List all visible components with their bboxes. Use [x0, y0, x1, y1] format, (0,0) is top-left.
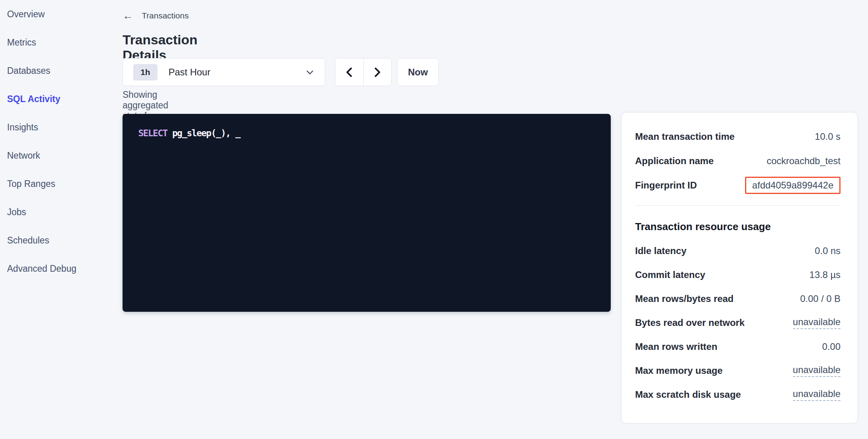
row-value: 10.0 s — [815, 131, 841, 142]
max-scratch-disk-usage-row: Max scratch disk usage unavailable — [635, 382, 841, 406]
fingerprint-id-value-highlighted: afdd4059a899442e — [745, 177, 841, 194]
transaction-details-panel: Mean transaction time 10.0 s Application… — [622, 113, 857, 423]
row-label: Commit latency — [635, 269, 705, 280]
sidebar-item-metrics[interactable]: Metrics — [0, 28, 118, 57]
row-label: Idle latency — [635, 245, 687, 256]
resource-usage-rows: Idle latency 0.0 ns Commit latency 13.8 … — [635, 239, 841, 406]
mean-rows-written-row: Mean rows written 0.00 — [635, 335, 841, 359]
application-name-row: Application name cockroachdb_test — [635, 149, 841, 173]
time-range-badge: 1h — [133, 64, 157, 80]
time-range-select[interactable]: 1h Past Hour — [123, 58, 325, 86]
arrow-left-icon: ← — [123, 11, 133, 21]
resource-usage-section-title: Transaction resource usage — [635, 220, 841, 233]
back-link-label: Transactions — [142, 11, 189, 20]
sidebar-item-insights[interactable]: Insights — [0, 113, 118, 141]
row-label: Mean rows/bytes read — [635, 293, 734, 304]
unavailable-value-tooltip[interactable]: unavailable — [793, 316, 841, 329]
chevron-left-icon — [344, 66, 354, 78]
fingerprint-id-row: Fingerprint ID afdd4059a899442e — [635, 173, 841, 198]
unavailable-value-tooltip[interactable]: unavailable — [793, 388, 841, 401]
row-value: 13.8 µs — [809, 269, 841, 280]
time-controls: 1h Past Hour Now — [123, 58, 439, 86]
sidebar-item-network[interactable]: Network — [0, 141, 118, 170]
sidebar-nav: Overview Metrics Databases SQL Activity … — [0, 0, 118, 439]
row-label: Mean transaction time — [635, 131, 734, 142]
mean-rows-bytes-read-row: Mean rows/bytes read 0.00 / 0 B — [635, 287, 841, 311]
row-label: Fingerprint ID — [635, 180, 697, 191]
row-value: 0.00 — [822, 341, 841, 352]
chevron-down-icon — [305, 68, 315, 77]
row-label: Mean rows written — [635, 341, 717, 352]
unavailable-value-tooltip[interactable]: unavailable — [793, 364, 841, 377]
bytes-read-over-network-row: Bytes read over network unavailable — [635, 311, 841, 335]
commit-latency-row: Commit latency 13.8 µs — [635, 263, 841, 287]
sidebar-item-databases[interactable]: Databases — [0, 57, 118, 85]
sidebar-item-sql-activity[interactable]: SQL Activity — [0, 85, 118, 113]
row-label: Bytes read over network — [635, 317, 745, 328]
panel-divider — [635, 205, 841, 206]
row-value: cockroachdb_test — [767, 155, 841, 166]
sidebar-item-overview[interactable]: Overview — [0, 0, 118, 28]
mean-transaction-time-row: Mean transaction time 10.0 s — [635, 124, 841, 149]
back-to-transactions-link[interactable]: ← Transactions — [123, 9, 189, 22]
sql-body: pg_sleep(_), _ — [167, 128, 240, 138]
chevron-right-icon — [372, 66, 383, 78]
time-window-nav-group — [335, 58, 392, 86]
row-label: Application name — [635, 155, 714, 166]
prev-time-window-button[interactable] — [335, 59, 364, 86]
row-value: 0.0 ns — [815, 245, 841, 256]
time-range-label: Past Hour — [168, 67, 305, 78]
sql-statement-text: SELECT pg_sleep(_), _ — [138, 128, 595, 138]
sql-keyword: SELECT — [138, 128, 167, 138]
next-time-window-button[interactable] — [364, 59, 392, 86]
sidebar-item-advanced-debug[interactable]: Advanced Debug — [0, 254, 118, 283]
row-label: Max scratch disk usage — [635, 389, 741, 400]
idle-latency-row: Idle latency 0.0 ns — [635, 239, 841, 263]
sidebar-item-top-ranges[interactable]: Top Ranges — [0, 170, 118, 198]
sql-statement-box: SELECT pg_sleep(_), _ — [123, 114, 611, 312]
max-memory-usage-row: Max memory usage unavailable — [635, 359, 841, 382]
sidebar-item-jobs[interactable]: Jobs — [0, 198, 118, 226]
row-value: 0.00 / 0 B — [800, 293, 841, 304]
now-button[interactable]: Now — [397, 58, 439, 86]
row-label: Max memory usage — [635, 365, 723, 376]
sidebar-item-schedules[interactable]: Schedules — [0, 226, 118, 254]
